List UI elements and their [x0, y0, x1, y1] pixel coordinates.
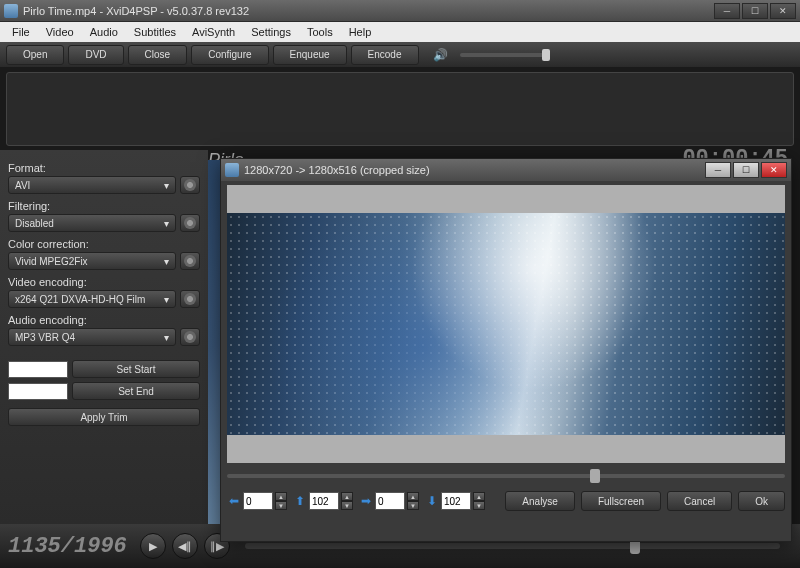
- colorcorr-select[interactable]: Vivid MPEG2Fix▾: [8, 252, 176, 270]
- dvd-button[interactable]: DVD: [68, 45, 123, 65]
- filtering-label: Filtering:: [8, 200, 200, 212]
- crop-left-up[interactable]: ▲: [275, 492, 287, 501]
- end-input[interactable]: [8, 383, 68, 400]
- gear-icon: [184, 331, 196, 343]
- dialog-scrubber[interactable]: [227, 467, 785, 485]
- dialog-titlebar: 1280x720 -> 1280x516 (cropped size) ─ ☐ …: [221, 159, 791, 181]
- format-settings-button[interactable]: [180, 176, 200, 194]
- dialog-close-button[interactable]: ✕: [761, 162, 787, 178]
- window-title: Pirlo Time.mp4 - XviD4PSP - v5.0.37.8 re…: [23, 5, 249, 17]
- colorcorr-settings-button[interactable]: [180, 252, 200, 270]
- close-file-button[interactable]: Close: [128, 45, 188, 65]
- crop-right-arrow-icon[interactable]: ➡: [359, 492, 373, 510]
- audenc-settings-button[interactable]: [180, 328, 200, 346]
- crop-bottom-up[interactable]: ▲: [473, 492, 485, 501]
- dialog-icon: [225, 163, 239, 177]
- vidend-settings-button[interactable]: [180, 290, 200, 308]
- close-button[interactable]: ✕: [770, 3, 796, 19]
- volume-slider[interactable]: [460, 53, 550, 57]
- setstart-button[interactable]: Set Start: [72, 360, 200, 378]
- dialog-title: 1280x720 -> 1280x516 (cropped size): [244, 164, 430, 176]
- setend-button[interactable]: Set End: [72, 382, 200, 400]
- configure-button[interactable]: Configure: [191, 45, 268, 65]
- start-input[interactable]: [8, 361, 68, 378]
- crop-right-down[interactable]: ▼: [407, 501, 419, 510]
- crop-bottom-input[interactable]: [441, 492, 471, 510]
- step-back-button[interactable]: ◀∥: [172, 533, 198, 559]
- play-button[interactable]: ▶: [140, 533, 166, 559]
- vidend-select[interactable]: x264 Q21 DXVA-HD-HQ Film▾: [8, 290, 176, 308]
- dialog-maximize-button[interactable]: ☐: [733, 162, 759, 178]
- menu-file[interactable]: File: [4, 24, 38, 40]
- crop-top-up[interactable]: ▲: [341, 492, 353, 501]
- maximize-button[interactable]: ☐: [742, 3, 768, 19]
- open-button[interactable]: Open: [6, 45, 64, 65]
- applytrim-button[interactable]: Apply Trim: [8, 408, 200, 426]
- filtering-settings-button[interactable]: [180, 214, 200, 232]
- dialog-controls: ⬅ ▲▼ ⬆ ▲▼ ➡ ▲▼ ⬇ ▲▼ Analyse Fullscreen C…: [227, 489, 785, 513]
- dialog-minimize-button[interactable]: ─: [705, 162, 731, 178]
- timeline-slider[interactable]: [245, 543, 780, 549]
- crop-right-input[interactable]: [375, 492, 405, 510]
- toolbar: Open DVD Close Configure Enqueue Encode …: [0, 42, 800, 68]
- menu-bar: File Video Audio Subtitles AviSynth Sett…: [0, 22, 800, 42]
- dialog-video-preview: [227, 185, 785, 463]
- format-select[interactable]: AVI▾: [8, 176, 176, 194]
- analyse-button[interactable]: Analyse: [505, 491, 575, 511]
- menu-help[interactable]: Help: [341, 24, 380, 40]
- crop-top-input[interactable]: [309, 492, 339, 510]
- preview-strip: [6, 72, 794, 146]
- frame-counter: 1135/1996: [8, 534, 127, 559]
- gear-icon: [184, 293, 196, 305]
- crop-left-down[interactable]: ▼: [275, 501, 287, 510]
- menu-avisynth[interactable]: AviSynth: [184, 24, 243, 40]
- app-icon: [4, 4, 18, 18]
- gear-icon: [184, 255, 196, 267]
- audenc-label: Audio encoding:: [8, 314, 200, 326]
- enqueue-button[interactable]: Enqueue: [273, 45, 347, 65]
- sidebar: Format: AVI▾ Filtering: Disabled▾ Color …: [0, 150, 208, 550]
- crop-bottom-down[interactable]: ▼: [473, 501, 485, 510]
- crop-dialog: 1280x720 -> 1280x516 (cropped size) ─ ☐ …: [220, 158, 792, 542]
- crop-bottom-arrow-icon[interactable]: ⬇: [425, 492, 439, 510]
- audenc-select[interactable]: MP3 VBR Q4▾: [8, 328, 176, 346]
- crop-right-up[interactable]: ▲: [407, 492, 419, 501]
- crop-top-down[interactable]: ▼: [341, 501, 353, 510]
- vidend-label: Video encoding:: [8, 276, 200, 288]
- gear-icon: [184, 217, 196, 229]
- menu-subtitles[interactable]: Subtitles: [126, 24, 184, 40]
- menu-video[interactable]: Video: [38, 24, 82, 40]
- colorcorr-label: Color correction:: [8, 238, 200, 250]
- crop-top-arrow-icon[interactable]: ⬆: [293, 492, 307, 510]
- encode-button[interactable]: Encode: [351, 45, 419, 65]
- menu-settings[interactable]: Settings: [243, 24, 299, 40]
- volume-icon: 🔊: [433, 48, 448, 62]
- menu-audio[interactable]: Audio: [82, 24, 126, 40]
- crop-left-input[interactable]: [243, 492, 273, 510]
- cancel-button[interactable]: Cancel: [667, 491, 732, 511]
- ok-button[interactable]: Ok: [738, 491, 785, 511]
- fullscreen-button[interactable]: Fullscreen: [581, 491, 661, 511]
- filtering-select[interactable]: Disabled▾: [8, 214, 176, 232]
- crop-left-arrow-icon[interactable]: ⬅: [227, 492, 241, 510]
- gear-icon: [184, 179, 196, 191]
- minimize-button[interactable]: ─: [714, 3, 740, 19]
- window-titlebar: Pirlo Time.mp4 - XviD4PSP - v5.0.37.8 re…: [0, 0, 800, 22]
- menu-tools[interactable]: Tools: [299, 24, 341, 40]
- format-label: Format:: [8, 162, 200, 174]
